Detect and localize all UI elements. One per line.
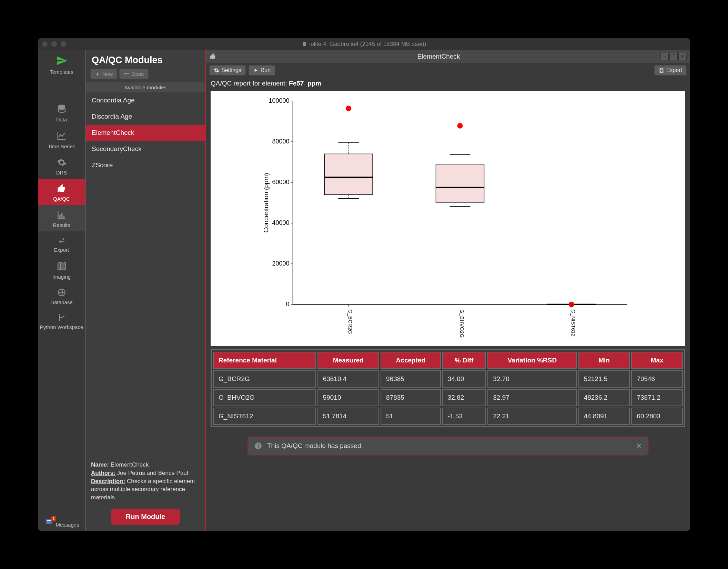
toolbar: Settings Run Export <box>206 63 690 78</box>
svg-rect-53 <box>258 445 259 448</box>
new-module-button[interactable]: New <box>90 69 117 79</box>
info-icon <box>254 442 262 450</box>
nav-results[interactable]: Results <box>38 205 85 231</box>
table-header: Max <box>631 352 683 369</box>
globe-icon <box>57 288 66 297</box>
nav-data[interactable]: Data <box>38 99 85 126</box>
traffic-lights <box>42 41 66 47</box>
svg-point-7 <box>59 320 60 321</box>
svg-text:G_BHVO2G: G_BHVO2G <box>459 309 465 338</box>
results-table-wrap: Reference MaterialMeasuredAccepted% Diff… <box>211 349 685 427</box>
folder-open-icon <box>124 71 129 77</box>
nav-messages[interactable]: 1 Messages <box>38 513 85 531</box>
table-cell: 48236.2 <box>578 389 630 406</box>
map-icon <box>57 261 67 271</box>
table-cell: 32.70 <box>487 370 577 388</box>
table-row: G_BCR2G63610.49638534.0032.7052121.57954… <box>213 370 683 388</box>
modules-panel: QA/QC Modules New Open Available modules… <box>86 50 206 531</box>
main-area: ElementCheck – ❐ ✕ Settings Run <box>206 50 690 531</box>
table-header: % Diff <box>442 352 486 369</box>
document-icon <box>302 41 307 47</box>
pane-header: ElementCheck – ❐ ✕ <box>206 50 690 63</box>
modules-heading: QA/QC Modules <box>86 50 205 69</box>
table-row: G_BHVO2G590108783532.8232.9748236.273871… <box>213 389 683 406</box>
nav-templates[interactable]: Templates <box>38 50 85 78</box>
save-icon <box>659 68 664 73</box>
module-list: Concordia Age Discordia Age ElementCheck… <box>86 92 205 173</box>
nav-qaqc[interactable]: QA/QC <box>38 179 85 205</box>
svg-text:0: 0 <box>286 301 289 308</box>
left-nav: Templates Data Time Series DRS QA/QC R <box>38 50 86 531</box>
module-item[interactable]: SecondaryCheck <box>86 141 205 157</box>
svg-text:40000: 40000 <box>272 219 289 226</box>
pane-maximize-button[interactable]: ❐ <box>669 53 678 60</box>
table-cell: 32.82 <box>442 389 486 406</box>
table-cell: 22.21 <box>487 408 577 425</box>
minimize-dot[interactable] <box>51 41 57 47</box>
svg-point-6 <box>59 314 60 316</box>
toast-text: This QA/QC module has passed. <box>267 442 363 450</box>
module-item[interactable]: ZScore <box>86 157 205 173</box>
table-header: Measured <box>317 352 379 369</box>
chart-line-icon <box>57 131 67 141</box>
nav-database[interactable]: Database <box>38 283 85 309</box>
thumbs-up-icon <box>209 53 217 60</box>
table-cell: 32.97 <box>487 389 577 406</box>
table-cell: 52121.5 <box>578 370 630 388</box>
table-cell: G_NIST612 <box>213 408 316 425</box>
svg-rect-29 <box>324 154 373 194</box>
module-item[interactable]: Discordia Age <box>86 109 205 125</box>
svg-text:G_BCR2G: G_BCR2G <box>347 309 353 334</box>
table-header: Min <box>578 352 630 369</box>
play-icon <box>253 68 259 73</box>
titlebar: iolite 4: Gabbro.io4 (2145 of 16384 MB u… <box>38 38 690 50</box>
run-module-button[interactable]: Run Module <box>111 509 180 525</box>
svg-point-31 <box>346 106 351 111</box>
nav-python[interactable]: Python Workspace <box>38 309 85 333</box>
table-header: Variation %RSD <box>487 352 577 369</box>
svg-rect-4 <box>63 216 64 218</box>
table-cell: 34.00 <box>442 370 486 388</box>
maximize-dot[interactable] <box>61 41 66 47</box>
svg-text:G_NIST612: G_NIST612 <box>570 309 576 337</box>
pane-title: ElementCheck <box>417 53 460 60</box>
pane-window-controls: – ❐ ✕ <box>660 53 687 60</box>
nav-timeseries[interactable]: Time Series <box>38 126 85 153</box>
paper-plane-icon <box>56 55 68 67</box>
nav-drs[interactable]: DRS <box>38 153 85 179</box>
svg-text:60000: 60000 <box>272 179 289 186</box>
branch-icon <box>58 313 66 322</box>
open-module-button[interactable]: Open <box>119 69 149 79</box>
table-cell: 59010 <box>317 389 379 406</box>
chart-area: 020000400006000080000100000Concentration… <box>211 91 685 346</box>
module-info: Name: ElementCheck Authors: Joe Petrus a… <box>86 457 205 505</box>
table-cell: -1.53 <box>442 408 486 425</box>
database-icon <box>57 104 67 114</box>
table-cell: 79546 <box>631 370 683 388</box>
app-window: iolite 4: Gabbro.io4 (2145 of 16384 MB u… <box>38 38 690 531</box>
close-dot[interactable] <box>42 41 48 47</box>
svg-point-54 <box>258 444 259 445</box>
table-cell: 96385 <box>381 370 441 388</box>
svg-text:80000: 80000 <box>272 138 289 145</box>
transfer-icon <box>57 236 67 244</box>
run-button[interactable]: Run <box>249 65 275 76</box>
table-cell: G_BHVO2G <box>213 389 316 406</box>
report-title: QA/QC report for element: Fe57_ppm <box>206 78 690 91</box>
nav-imaging[interactable]: Imaging <box>38 256 85 283</box>
export-button[interactable]: Export <box>654 65 687 76</box>
plus-icon <box>95 71 100 77</box>
module-item[interactable]: Concordia Age <box>86 92 205 109</box>
boxplot-chart: 020000400006000080000100000Concentration… <box>211 91 685 346</box>
toast-close-button[interactable]: ✕ <box>636 442 642 450</box>
pane-minimize-button[interactable]: – <box>660 53 669 60</box>
table-cell: 73871.2 <box>631 389 683 406</box>
table-row: G_NIST61251.781451-1.5322.2144.809160.28… <box>213 408 683 425</box>
table-cell: 63610.4 <box>317 370 379 388</box>
gear-icon <box>214 68 219 73</box>
module-item-selected[interactable]: ElementCheck <box>86 125 205 141</box>
results-table: Reference MaterialMeasuredAccepted% Diff… <box>212 350 684 426</box>
pane-close-button[interactable]: ✕ <box>678 53 687 60</box>
settings-button[interactable]: Settings <box>209 65 246 76</box>
nav-export[interactable]: Export <box>38 231 85 256</box>
